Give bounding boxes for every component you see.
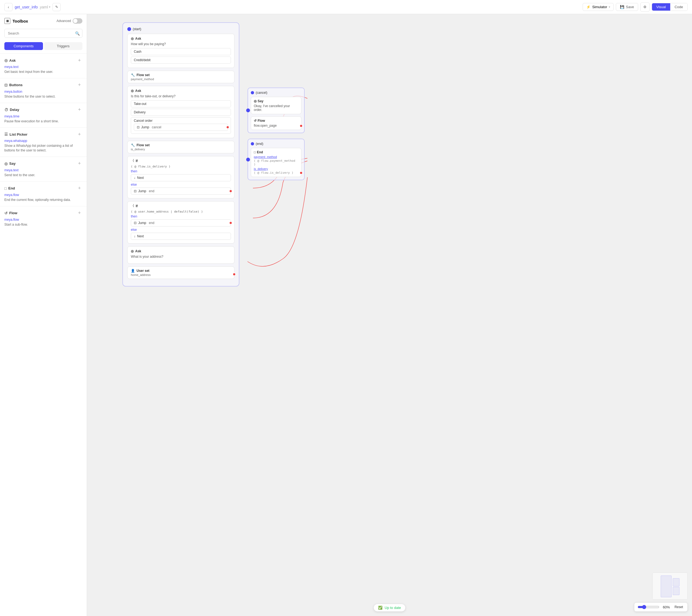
ask2-header: ◎ Ask: [131, 89, 231, 93]
tab-triggers[interactable]: Triggers: [44, 42, 83, 50]
divider-1: [0, 53, 87, 53]
end-connector-dot: [246, 158, 250, 161]
end-node: (end) □ End payment_method ( @ flow.paym…: [248, 139, 305, 180]
buttons-link[interactable]: meya.button: [4, 90, 82, 93]
if2-arrow-icon: ↓: [134, 234, 135, 238]
end-card[interactable]: □ End payment_method ( @ flow.payment_me…: [251, 148, 301, 177]
say-add-button[interactable]: +: [77, 161, 82, 167]
ask2-option2: Delivery: [131, 109, 231, 116]
delay-icon: ⏱: [4, 108, 8, 112]
userset-value: home_address: [131, 273, 231, 277]
advanced-toggle: Advanced: [57, 18, 82, 24]
end-card-icon: □: [254, 150, 256, 154]
ask-add-button[interactable]: +: [77, 57, 82, 63]
flow-link[interactable]: meya.flow: [4, 218, 82, 222]
if1-icon: 〈: [131, 158, 134, 163]
flowset1-node[interactable]: 🔧 Flow set payment_method: [127, 71, 234, 83]
if2-then-label[interactable]: then: [131, 215, 231, 218]
delay-link[interactable]: meya.time: [4, 114, 82, 118]
if1-then-label[interactable]: then: [131, 169, 231, 173]
buttons-icon: ⊡: [4, 83, 7, 87]
tool-section-say: ◎ Say + meya.text Send text to the user.: [0, 158, 87, 180]
cancel-flow-text: flow.open_page: [254, 124, 298, 128]
tab-components[interactable]: Components: [4, 42, 43, 50]
reset-zoom-button[interactable]: Reset: [673, 605, 684, 609]
flow-add-button[interactable]: +: [77, 210, 82, 216]
end-var1-link[interactable]: payment_method: [254, 155, 277, 158]
cancel-connector-dot: [246, 108, 250, 112]
simulator-button[interactable]: ⚡ Simulator ▾: [583, 3, 614, 11]
cancel-say-icon: ◎: [254, 99, 256, 103]
say-link[interactable]: meya.text: [4, 168, 82, 172]
settings-button[interactable]: ⚙: [640, 2, 650, 12]
cancel-option-label: Cancel order: [134, 119, 228, 123]
userset-node[interactable]: 👤 User set home_address: [127, 266, 234, 279]
if2-else-label[interactable]: else: [131, 228, 231, 232]
if1-node[interactable]: 〈 If ( @ flow.is_delivery ) then ↓ Next …: [127, 156, 234, 198]
say-desc: Send text to the user.: [4, 173, 35, 177]
end-section-header: □ End +: [4, 185, 82, 191]
filename-text: get_user_info: [15, 5, 38, 9]
ask3-node[interactable]: ◎ Ask What is your address?: [127, 246, 234, 264]
list-picker-add-button[interactable]: +: [77, 131, 82, 137]
code-view-button[interactable]: Code: [670, 3, 687, 10]
cancel-flow-card[interactable]: ↺ Flow flow.open_page: [251, 116, 301, 130]
if1-then-next: ↓ Next: [131, 174, 231, 181]
search-icon: 🔍: [75, 31, 80, 36]
end-var2-link[interactable]: is_delivery: [254, 167, 268, 171]
toolbox-header: ⊞ Toolbox Advanced: [0, 14, 87, 27]
visual-view-button[interactable]: Visual: [652, 3, 670, 10]
zoom-slider[interactable]: [637, 605, 659, 609]
if1-else-jump: ⊡ Jump end: [131, 188, 231, 195]
canvas-area[interactable]: (start) ◎ Ask How will you be paying? Ca…: [87, 14, 692, 616]
ask3-icon: ◎: [131, 249, 133, 253]
advanced-toggle-switch[interactable]: [72, 18, 82, 24]
jump-label: Jump: [141, 125, 149, 129]
end-add-button[interactable]: +: [77, 185, 82, 191]
say-title: ◎ Say: [4, 161, 16, 166]
end-link[interactable]: meya.flow: [4, 193, 82, 197]
flowset2-node[interactable]: 🔧 Flow set is_delivery: [127, 141, 234, 153]
if2-then-jump: ⊡ Jump end: [131, 219, 231, 226]
status-text: Up to date: [385, 606, 401, 610]
delay-add-button[interactable]: +: [77, 107, 82, 113]
ask2-option1: Take-out: [131, 100, 231, 107]
say-label: Say: [9, 161, 16, 166]
jump-value: cancel: [152, 125, 161, 129]
if1-jump-dest: end: [149, 189, 154, 193]
if1-header: 〈 If: [131, 158, 231, 163]
ask1-node[interactable]: ◎ Ask How will you be paying? Cash Credi…: [127, 34, 234, 68]
ask-label: Ask: [9, 59, 16, 63]
end-label: (end): [256, 142, 263, 146]
if2-node[interactable]: 〈 If ( @ user.home_address | default(fal…: [127, 201, 234, 244]
if2-title: If: [136, 204, 138, 208]
cancel-say-card[interactable]: ◎ Say Okay, I've cancelled your order.: [251, 97, 301, 114]
ask-link[interactable]: meya.text: [4, 65, 82, 69]
back-button[interactable]: ‹: [4, 3, 13, 11]
advanced-label: Advanced: [57, 19, 71, 23]
end-label: End: [8, 186, 15, 190]
start-dot: [127, 27, 131, 31]
edit-button[interactable]: ✎: [53, 3, 61, 11]
buttons-title: ⊡ Buttons: [4, 83, 23, 87]
jump-connector-dot: [226, 126, 229, 129]
cancel-say-text: Okay, I've cancelled your order.: [254, 104, 298, 112]
buttons-add-button[interactable]: +: [77, 82, 82, 88]
search-input[interactable]: [4, 29, 82, 38]
ask1-header: ◎ Ask: [131, 37, 231, 41]
end-var1-val: ( @ flow.payment_method ): [254, 159, 298, 166]
if1-else-label[interactable]: else: [131, 183, 231, 186]
list-picker-title: ☰ List Picker: [4, 132, 27, 136]
ask-desc: Get basic text input from the user.: [4, 70, 53, 74]
list-picker-link[interactable]: meya.whatsapp: [4, 139, 82, 143]
end-card-dot: [299, 171, 303, 175]
list-picker-desc: Show a WhatsApp list picker containing a…: [4, 144, 72, 152]
ask2-node[interactable]: ◎ Ask Is this for take-out, or delivery?…: [127, 86, 234, 138]
save-label: Save: [626, 5, 634, 9]
save-button[interactable]: 💾 Save: [616, 3, 638, 11]
cancel-label: (cancel): [256, 91, 267, 95]
start-label: (start): [133, 27, 141, 31]
file-name[interactable]: get_user_info.yaml ▾: [15, 5, 50, 9]
toolbox-title: ⊞ Toolbox: [4, 18, 28, 24]
ask-title: ◎ Ask: [4, 58, 16, 63]
